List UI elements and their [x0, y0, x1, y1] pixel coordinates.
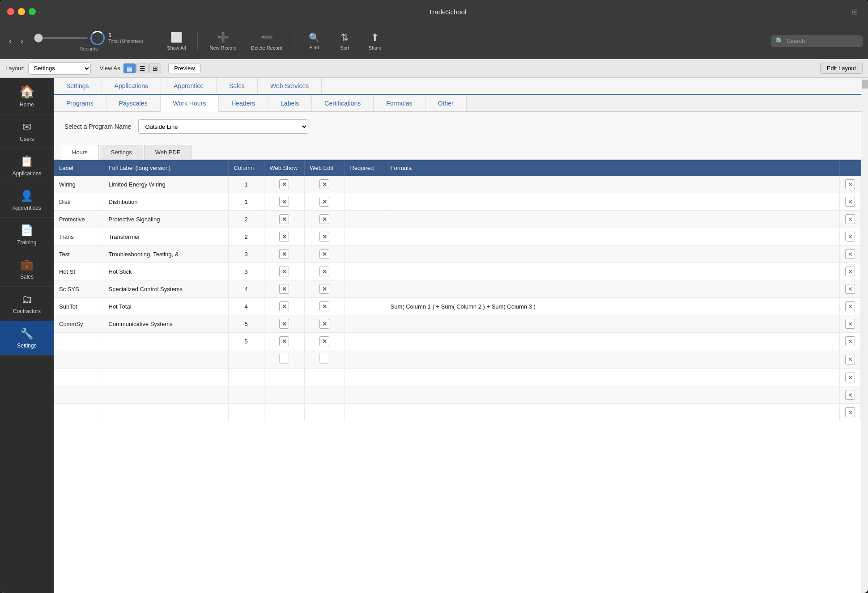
- records-count: 1 Total (Unsorted): [108, 32, 143, 44]
- table-row: ✕: [54, 369, 861, 386]
- web-edit-checkbox[interactable]: ✕: [319, 232, 329, 241]
- training-label: Training: [17, 239, 37, 246]
- sub-tab-settings[interactable]: Settings: [100, 145, 143, 159]
- view-table-button[interactable]: ⊞: [149, 64, 161, 73]
- minimize-button[interactable]: [18, 8, 25, 15]
- web-show-checkbox[interactable]: ✕: [279, 319, 289, 329]
- records-slider: 1 Total (Unsorted): [34, 31, 143, 45]
- delete-row-button[interactable]: ✕: [845, 232, 855, 241]
- program-select[interactable]: Outside Line: [138, 119, 308, 134]
- forward-button[interactable]: ›: [17, 34, 27, 47]
- delete-row-button[interactable]: ✕: [845, 301, 855, 311]
- tab-applications[interactable]: Applications: [102, 78, 162, 94]
- tab-labels[interactable]: Labels: [268, 95, 312, 111]
- sort-button[interactable]: ⇅ Sort: [331, 30, 358, 52]
- search-box[interactable]: 🔍: [771, 35, 863, 47]
- web-show-checkbox[interactable]: ✕: [279, 197, 289, 207]
- web-edit-checkbox[interactable]: ✕: [319, 179, 329, 189]
- web-show-checkbox[interactable]: ✕: [279, 336, 289, 346]
- web-show-checkbox[interactable]: [279, 354, 289, 364]
- slider-thumb[interactable]: [34, 34, 43, 42]
- scrollbar[interactable]: [861, 78, 868, 593]
- tab-headers[interactable]: Headers: [219, 95, 268, 111]
- tab-formulas[interactable]: Formulas: [374, 95, 425, 111]
- sales-icon: 💼: [20, 258, 34, 271]
- sidebar-item-sales[interactable]: 💼 Sales: [0, 252, 54, 287]
- delete-row-button[interactable]: ✕: [845, 336, 855, 346]
- web-edit-checkbox[interactable]: ✕: [319, 249, 329, 259]
- sidebar-item-apprentices[interactable]: 👤 Apprentices: [0, 183, 54, 218]
- new-record-button[interactable]: ➕ New Record: [204, 30, 242, 52]
- tab-sales[interactable]: Sales: [217, 78, 258, 94]
- maximize-button[interactable]: [29, 8, 36, 15]
- find-icon: 🔍: [309, 32, 320, 43]
- tab-settings[interactable]: Settings: [54, 78, 102, 94]
- web-show-checkbox[interactable]: ✕: [279, 214, 289, 224]
- close-button[interactable]: [7, 8, 14, 15]
- delete-row-button[interactable]: ✕: [845, 407, 855, 417]
- web-edit-checkbox[interactable]: ✕: [319, 301, 329, 311]
- toolbar: ‹ › 1 Total (Unsorted) Records ⬜: [0, 23, 868, 59]
- delete-row-button[interactable]: ✕: [845, 284, 855, 294]
- back-button[interactable]: ‹: [5, 34, 15, 47]
- delete-row-button[interactable]: ✕: [845, 197, 855, 207]
- share-button[interactable]: ⬆ Share: [362, 30, 388, 52]
- sidebar-item-training[interactable]: 📄 Training: [0, 218, 54, 252]
- home-icon: 🏠: [19, 84, 35, 99]
- delete-row-button[interactable]: ✕: [845, 319, 855, 329]
- sidebar-item-users[interactable]: ✉ Users: [0, 114, 54, 149]
- tab-payscales[interactable]: Payscales: [106, 95, 161, 111]
- table-row: ProtectiveProtective Signaling2✕✕✕: [54, 211, 861, 228]
- delete-row-button[interactable]: ✕: [845, 355, 855, 364]
- view-list-button[interactable]: ☰: [136, 64, 149, 73]
- delete-row-button[interactable]: ✕: [845, 249, 855, 259]
- records-label: Records: [80, 46, 98, 51]
- search-input[interactable]: [787, 38, 858, 44]
- tab-work-hours[interactable]: Work Hours: [161, 95, 219, 112]
- preview-button[interactable]: Preview: [168, 63, 200, 73]
- layout-select[interactable]: Settings: [28, 62, 91, 75]
- cell-full-label: Troubleshooting, Testing, &: [109, 251, 179, 258]
- sidebar-item-settings[interactable]: 🔧 Settings: [0, 321, 54, 356]
- web-show-checkbox[interactable]: ✕: [279, 301, 289, 311]
- web-show-checkbox[interactable]: ✕: [279, 249, 289, 259]
- sidebar-item-home[interactable]: 🏠 Home: [0, 78, 54, 114]
- table-header: Label Full Label (long version) Column W…: [54, 160, 861, 176]
- delete-row-button[interactable]: ✕: [845, 390, 855, 400]
- data-table-container[interactable]: Label Full Label (long version) Column W…: [54, 160, 861, 593]
- tab-programs[interactable]: Programs: [54, 95, 106, 111]
- find-button[interactable]: 🔍 Find: [301, 30, 328, 52]
- web-edit-checkbox[interactable]: ✕: [319, 336, 329, 346]
- web-edit-checkbox[interactable]: ✕: [319, 197, 329, 207]
- web-show-checkbox[interactable]: ✕: [279, 267, 289, 276]
- web-edit-checkbox[interactable]: ✕: [319, 214, 329, 224]
- cell-column: 1: [234, 181, 259, 188]
- table-row: TransTransformer2✕✕✕: [54, 228, 861, 246]
- delete-row-button[interactable]: ✕: [845, 179, 855, 189]
- web-edit-checkbox[interactable]: ✕: [319, 267, 329, 276]
- delete-row-button[interactable]: ✕: [845, 267, 855, 276]
- web-edit-checkbox[interactable]: [319, 354, 329, 364]
- show-all-button[interactable]: ⬜ Show All: [162, 30, 191, 52]
- web-show-checkbox[interactable]: ✕: [279, 179, 289, 189]
- tab-certifications[interactable]: Certifications: [312, 95, 374, 111]
- delete-row-button[interactable]: ✕: [845, 214, 855, 224]
- web-show-checkbox[interactable]: ✕: [279, 284, 289, 294]
- web-edit-checkbox[interactable]: ✕: [319, 284, 329, 294]
- slider-track[interactable]: [34, 37, 88, 39]
- find-label: Find: [310, 45, 319, 50]
- view-form-button[interactable]: ▦: [123, 64, 136, 73]
- cell-full-label: Transformer: [109, 233, 140, 240]
- delete-row-button[interactable]: ✕: [845, 373, 855, 382]
- sidebar-item-applications[interactable]: 📋 Applications: [0, 149, 54, 183]
- tab-apprentice[interactable]: Apprentice: [161, 78, 217, 94]
- sidebar-item-contractors[interactable]: 🗂 Contractors: [0, 287, 54, 321]
- sub-tab-hours[interactable]: Hours: [61, 145, 99, 160]
- tab-web-services[interactable]: Web Services: [258, 78, 322, 94]
- web-show-checkbox[interactable]: ✕: [279, 232, 289, 241]
- tab-other[interactable]: Other: [425, 95, 467, 111]
- web-edit-checkbox[interactable]: ✕: [319, 319, 329, 329]
- delete-record-button[interactable]: ➖ Delete Record: [246, 30, 288, 52]
- sub-tab-web-pdf[interactable]: Web PDF: [144, 145, 191, 159]
- edit-layout-button[interactable]: Edit Layout: [820, 63, 863, 74]
